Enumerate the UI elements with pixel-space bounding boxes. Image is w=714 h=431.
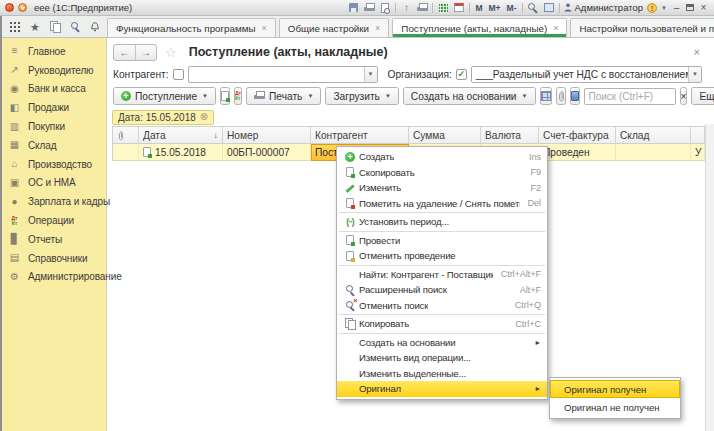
chevron-down-icon[interactable]: ▼ — [688, 67, 701, 82]
edo-button[interactable] — [570, 87, 580, 105]
menu-item-copy[interactable]: Копировать Ctrl+C — [337, 316, 547, 332]
sidebar-item-sales[interactable]: ◧Продажи — [0, 98, 106, 117]
menu-item-find[interactable]: Найти: Контрагент - Поставщик Ctrl+Alt+F — [337, 267, 547, 283]
sidebar-item-operations[interactable]: ДтКтОперации — [0, 211, 106, 230]
forward-button[interactable]: → — [135, 45, 156, 60]
print-button[interactable]: Печать▼ — [246, 87, 321, 105]
menu-item-original[interactable]: Оригинал ► — [337, 381, 547, 397]
column-header-sum[interactable]: Сумма — [409, 127, 481, 144]
clear-search-button[interactable]: × — [680, 87, 688, 105]
send-icon[interactable]: ↑ — [400, 2, 412, 14]
sidebar-item-salary-hr[interactable]: ●Зарплата и кадры — [0, 192, 106, 211]
sections-menu-icon[interactable] — [9, 21, 21, 33]
print-icon[interactable] — [363, 2, 375, 14]
menu-item-create-based-on[interactable]: Создать на основании ► — [337, 335, 547, 351]
attachment-column-header[interactable] — [113, 127, 139, 144]
menu-item-mark-deletion[interactable]: Пометить на удаление / Снять пометку Del — [337, 196, 547, 212]
counterparty-checkbox[interactable] — [173, 69, 184, 80]
column-header-warehouse[interactable]: Склад — [616, 127, 691, 144]
menu-item-edit[interactable]: Изменить F2 — [337, 180, 547, 196]
favorite-star-icon[interactable]: ☆ — [165, 45, 177, 60]
favorites-icon[interactable]: ★ — [29, 21, 41, 33]
menu-item-edit-selected[interactable]: Изменить выделенные... — [337, 366, 547, 382]
calendar-icon[interactable] — [453, 2, 465, 14]
zoom-icon[interactable] — [527, 2, 539, 14]
save-icon[interactable] — [347, 2, 359, 14]
post-document-button[interactable]: ДтКт — [234, 87, 242, 105]
remove-filter-icon[interactable]: ⊗ — [200, 112, 208, 122]
sidebar-item-bank-cash[interactable]: ◉Банк и касса — [0, 80, 106, 99]
menu-item-post[interactable]: Провести — [337, 233, 547, 249]
sidebar-item-production[interactable]: ⌂Производство — [0, 155, 106, 174]
sidebar-item-purchases[interactable]: ▥Покупки — [0, 117, 106, 136]
search-everywhere-icon[interactable] — [69, 21, 81, 33]
column-header-currency[interactable]: Валюта — [481, 127, 539, 144]
sidebar-item-manager[interactable]: ↗Руководителю — [0, 61, 106, 80]
context-menu: + Создать Ins Скопировать F9 Изменить F2… — [336, 146, 548, 400]
minimize-button[interactable]: – — [671, 2, 682, 14]
vertical-scrollbar[interactable] — [705, 124, 714, 431]
sidebar-item-directories[interactable]: ▤Справочники — [0, 249, 106, 268]
sidebar-item-warehouse[interactable]: ▦Склад — [0, 136, 106, 155]
app-logo-button[interactable] — [5, 3, 14, 12]
column-header-number[interactable]: Номер — [223, 127, 311, 144]
tab-receipts-active[interactable]: Поступление (акты, накладные)× — [392, 18, 567, 37]
warehouse-cell[interactable] — [616, 144, 691, 161]
column-header-counterparty[interactable]: Контрагент — [311, 127, 409, 144]
column-header-date[interactable]: Дата↓ — [139, 127, 223, 144]
submenu-item-original-not-received[interactable]: Оригинал не получен — [550, 398, 680, 416]
related-documents-button[interactable] — [540, 87, 552, 105]
copy-document-button[interactable] — [220, 87, 230, 105]
menu-item-set-period[interactable]: (··) Установить период... — [337, 214, 547, 230]
menu-item-advanced-search[interactable]: Расширенный поиск Alt+F — [337, 282, 547, 298]
close-panel-button[interactable]: × — [694, 46, 700, 58]
number-cell[interactable]: 00БП-000007 — [223, 144, 311, 161]
invoice-status-cell[interactable]: Проведен — [539, 144, 616, 161]
column-header-invoice[interactable]: Счет-фактура — [539, 127, 616, 144]
close-tab-icon[interactable]: × — [262, 23, 267, 33]
date-cell[interactable]: 15.05.2018 — [139, 144, 223, 161]
memory-store-button[interactable]: М — [474, 3, 483, 13]
tab-general-settings[interactable]: Общие настройки× — [279, 18, 390, 37]
sidebar-item-main[interactable]: ≡Главное — [0, 42, 106, 61]
chevron-down-icon[interactable]: ▼ — [364, 67, 377, 82]
search-input[interactable] — [584, 88, 676, 105]
submenu-item-original-received[interactable]: Оригинал получен — [550, 380, 680, 398]
current-user[interactable]: Администратор — [564, 2, 644, 13]
memory-subtract-button[interactable]: М- — [506, 3, 518, 13]
restore-button[interactable] — [686, 4, 694, 11]
print-preview-icon[interactable] — [379, 2, 391, 14]
sidebar-item-reports[interactable]: ▊Отчеты — [0, 230, 106, 249]
sidebar-item-fixed-assets[interactable]: ▣ОС и НМА — [0, 174, 106, 193]
attachments-button[interactable] — [556, 87, 566, 105]
notifications-bell-icon[interactable] — [89, 21, 101, 33]
new-receipt-button[interactable]: + Поступление▼ — [113, 87, 216, 105]
menu-item-copy-document[interactable]: Скопировать F9 — [337, 165, 547, 181]
close-window-button[interactable]: × — [698, 2, 709, 14]
tab-functionality[interactable]: Функциональность программы× — [107, 18, 276, 37]
close-tab-icon[interactable]: × — [375, 23, 380, 33]
menu-item-unpost[interactable]: Отменить проведение — [337, 248, 547, 264]
split-view-icon[interactable] — [543, 2, 555, 14]
menu-item-create[interactable]: + Создать Ins — [337, 149, 547, 165]
sidebar-item-administration[interactable]: ⚙Администрирование — [0, 268, 106, 287]
chevron-down-icon[interactable]: ▼ — [661, 5, 667, 11]
counterparty-combo[interactable]: ▼ — [188, 66, 378, 83]
more-button[interactable]: Еще▼ — [691, 87, 714, 105]
back-button[interactable]: ← — [114, 45, 135, 60]
history-icon[interactable] — [49, 21, 61, 33]
date-filter-chip[interactable]: Дата: 15.05.2018 ⊗ — [112, 110, 214, 125]
main-menu-button[interactable] — [18, 3, 27, 12]
menu-item-change-operation-type[interactable]: Изменить вид операции... — [337, 350, 547, 366]
create-based-on-button[interactable]: Создать на основании▼ — [403, 87, 536, 105]
tab-user-settings[interactable]: Настройки пользователей и прав× — [570, 18, 714, 37]
organization-combo[interactable]: ___Раздельный учет НДС с восстановлением… — [471, 66, 702, 83]
close-tab-icon[interactable]: × — [553, 23, 558, 33]
organization-checkbox[interactable]: ✓ — [456, 69, 467, 80]
notifications-icon[interactable]: ! — [647, 3, 657, 13]
memory-add-button[interactable]: М+ — [488, 3, 502, 13]
load-button[interactable]: Загрузить▼ — [325, 87, 398, 105]
calculator-icon[interactable] — [437, 2, 449, 14]
menu-item-cancel-search[interactable]: × Отменить поиск Ctrl+Q — [337, 298, 547, 314]
print-document-icon[interactable] — [416, 2, 428, 14]
